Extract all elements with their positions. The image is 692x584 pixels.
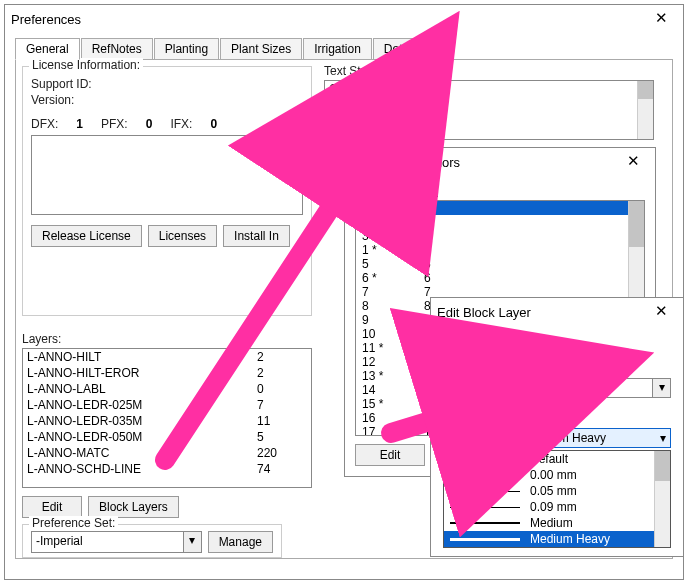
textstyles-list[interactable]: CALLOUT LIGHTCALLOUT TEXTCALLOUT TITLEDE… [324,80,654,140]
lineweight-sample-icon [448,437,518,440]
tab-planting[interactable]: Planting [154,38,219,60]
layer-row[interactable]: L-ANNO-LABL0 [23,381,311,397]
titlebar: Edit Block Layer ✕ [431,298,683,326]
group-title-license: License Information: [29,58,143,72]
layer-row[interactable]: L-ANNO-HILT-EROR2 [23,365,311,381]
edit-block-layer-window: Edit Block Layer ✕ Default Color: 1 Chan… [430,297,684,557]
btn-layers-edit[interactable]: Edit [22,496,82,518]
value-default-color: 1 [526,338,556,356]
label-version: Version: [31,93,74,107]
label-support-id: Support ID: [31,77,92,91]
tab-refnotes[interactable]: RefNotes [81,38,153,60]
textstyle-item[interactable]: DETAIL TEXT [325,129,653,140]
lineweight-selected-label: Medium Heavy [526,431,606,445]
block-color-row[interactable]: 3 *3 [356,229,644,243]
layer-row[interactable]: L-ANNO-LEDR-050M5 [23,429,311,445]
window-title: Preferences [11,12,645,27]
lineweight-option[interactable]: Medium [444,515,670,531]
btn-install-info[interactable]: Install In [223,225,290,247]
chevron-down-icon[interactable]: ▾ [184,531,202,553]
textstyle-item[interactable]: CALLOUT LIGHT [325,81,653,97]
btn-licenses[interactable]: Licenses [148,225,217,247]
btn-manage-prefset[interactable]: Manage [208,531,273,553]
color-swatch-red [448,381,462,395]
tab-details[interactable]: Details [373,38,432,60]
btn-block-layers[interactable]: Block Layers [88,496,179,518]
group-title-prefset: Preference Set: [29,516,118,530]
layers-area: Layers: L-ANNO-HILT2L-ANNO-HILT-EROR2L-A… [22,332,312,520]
label-textstyles: Text Styles: [324,64,385,78]
label-layers: Layers: [22,332,61,346]
lineweight-option[interactable]: 0.05 mm [444,483,670,499]
value-ifx: 0 [210,117,217,131]
group-license: License Information: Support ID: Version… [22,66,312,316]
tab-plant-sizes[interactable]: Plant Sizes [220,38,302,60]
lineweight-option[interactable]: Default [444,451,670,467]
label-from: From: [361,186,423,200]
label-default-color: Default Color: [443,340,516,354]
block-color-row[interactable]: 55 [356,257,644,271]
label-dfx: DFX: [31,117,58,131]
layer-row[interactable]: L-ANNO-SCHD-LINE74 [23,461,311,477]
layers-table[interactable]: L-ANNO-HILT2L-ANNO-HILT-EROR2L-ANNO-LABL… [22,348,312,488]
label-ifx: IFX: [170,117,192,131]
close-icon[interactable]: ✕ [645,7,677,31]
tab-irrigation[interactable]: Irrigation [303,38,372,60]
textstyles-area: Text Styles: CALLOUT LIGHTCALLOUT TEXTCA… [324,64,654,140]
block-color-row[interactable]: 22 [356,215,644,229]
layer-row[interactable]: L-ANNO-LEDR-025M7 [23,397,311,413]
chevron-down-icon[interactable]: ▾ [660,431,666,445]
block-color-row[interactable]: 1 *1 [356,201,644,215]
label-pfx: PFX: [101,117,128,131]
tab-strip: GeneralRefNotesPlantingPlant SizesIrriga… [15,37,673,59]
block-color-row[interactable]: 6 *6 [356,271,644,285]
window-title: Edit Block Layer [437,305,645,320]
titlebar: Preferences ✕ [5,5,683,33]
label-to: To: [423,186,439,200]
label-change-to: Change to: [443,362,502,376]
close-icon[interactable]: ✕ [645,300,677,324]
prefset-select[interactable]: -Imperial [31,531,184,553]
layer-row[interactable]: L-ANNO-MATC220 [23,445,311,461]
lineweight-option[interactable]: 0.00 mm [444,467,670,483]
btn-release-license[interactable]: Release License [31,225,142,247]
chevron-down-icon[interactable]: ▾ [653,378,671,398]
scrollbar[interactable] [654,451,670,547]
tab-general[interactable]: General [15,38,80,60]
group-prefset: Preference Set: -Imperial ▾ Manage [22,524,282,558]
lineweight-option[interactable]: 0.09 mm [444,499,670,515]
window-title: Block Layer Colors [351,155,617,170]
lineweight-dropdown[interactable]: Default0.00 mm0.05 mm0.09 mmMediumMedium… [443,450,671,548]
textstyle-item[interactable]: CALLOUT TITLE [325,113,653,129]
textstyle-item[interactable]: CALLOUT TEXT [325,97,653,113]
value-dfx: 1 [76,117,83,131]
value-pfx: 0 [146,117,153,131]
lineweight-option[interactable]: Medium Heavy▾ [444,531,670,547]
color-select-label: Red [468,381,490,395]
color-select[interactable]: Red [443,378,653,398]
close-icon[interactable]: ✕ [617,150,649,174]
license-message-box[interactable] [31,135,303,215]
lineweight-select[interactable]: Medium Heavy ▾ [443,428,671,448]
layer-row[interactable]: L-ANNO-LEDR-035M11 [23,413,311,429]
btn-blc-edit[interactable]: Edit [355,444,425,466]
titlebar: Block Layer Colors ✕ [345,148,655,176]
scrollbar[interactable] [637,81,653,139]
layer-row[interactable]: L-ANNO-HILT2 [23,349,311,365]
block-color-row[interactable]: 1 *4 [356,243,644,257]
